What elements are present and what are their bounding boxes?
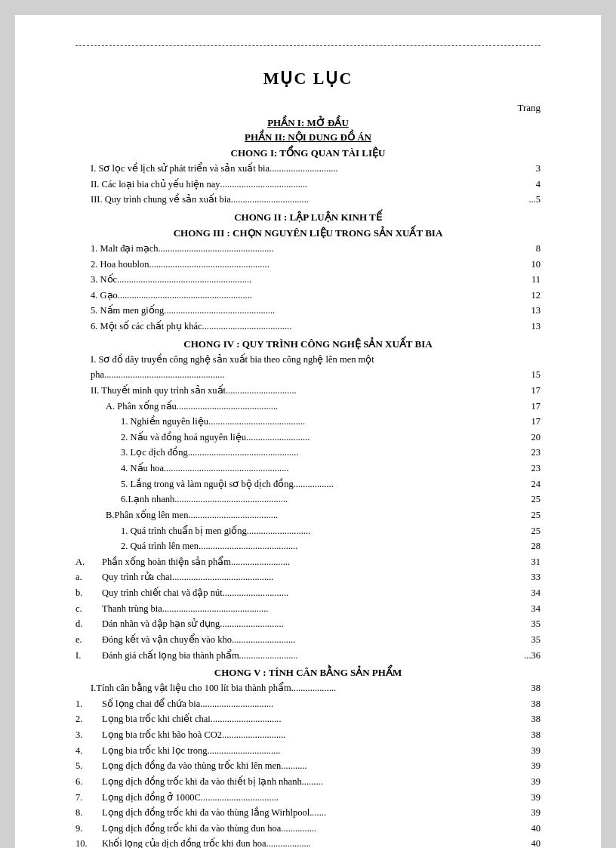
left-toc-content-29: Quy trình chiết chai và dập nút.........… [102, 585, 541, 601]
left-toc-label-44: 9. [75, 821, 102, 837]
left-toc-page-36: 38 [531, 696, 541, 712]
left-toc-page-44: 40 [531, 821, 541, 837]
left-toc-label-33: I. [75, 648, 102, 664]
left-toc-page-31: 35 [531, 616, 541, 632]
toc-dots-10: ........................................… [117, 272, 530, 288]
toc-dots-17: ........................................… [177, 399, 530, 415]
toc-long-15: I. Sơ đồ dây truyền công nghệ sản xuất b… [75, 352, 541, 383]
toc-label-8: 1. Malt đại mạch [91, 241, 159, 257]
chapter-heading-14: CHONG IV : QUY TRÌNH CÔNG NGHỆ SẢN XUẤT … [75, 338, 541, 350]
left-toc-label-41: 6. [75, 774, 102, 790]
left-toc-label-37: 2. [75, 711, 102, 727]
left-toc-page-39: 39 [531, 743, 541, 759]
top-border [75, 45, 541, 46]
left-toc-page-37: 38 [531, 711, 541, 727]
toc-page-9: 10 [531, 257, 541, 273]
toc-dots-19: ........................... [246, 430, 530, 446]
toc-long-line1-15: I. Sơ đồ dây truyền công nghệ sản xuất b… [91, 352, 541, 368]
toc-label-20: 3. Lọc dịch đồng [121, 445, 188, 461]
toc-label-23: 6.Lạnh nhanh [121, 492, 174, 507]
left-toc-content-31: Dán nhãn và dập hạn sử dụng.............… [102, 616, 541, 632]
left-toc-row-28: a.Quy trình rửa chai....................… [75, 569, 541, 585]
left-toc-label-27: A. [75, 554, 102, 570]
toc-dots-13: ...................................... [202, 319, 530, 335]
left-toc-text-29: Quy trình chiết chai và dập nút [102, 585, 223, 601]
toc-label-5: III. Quy trình chung về sản xuất bia [91, 192, 231, 208]
left-toc-dots-42: ................................. [201, 790, 530, 806]
section-heading-1: PHẦN II: NỘI DUNG ĐỒ ÁN [75, 131, 541, 143]
toc-dots-24: ...................................... [188, 507, 529, 523]
toc-label-24: B.Phân xống lên men [106, 507, 188, 523]
toc-label-26: 2. Quá trình lên men [121, 538, 199, 554]
toc-line-18: 1. Nghiền nguyên liệu...................… [75, 414, 541, 430]
left-toc-label-40: 5. [75, 758, 102, 774]
toc-line-13: 6. Một số các chất phụ khác.............… [75, 319, 541, 335]
left-toc-text-43: Lọng dịch đồng trốc khi đa vào thùng lắn… [102, 805, 310, 821]
toc-line-25: 1. Quá trình chuẩn bị men giống.........… [75, 523, 541, 539]
left-toc-dots-38: ........................... [222, 727, 529, 743]
toc-dots-5: ................................. [231, 192, 528, 208]
toc-line-5: III. Quy trình chung về sản xuất bia....… [75, 192, 541, 208]
toc-page-4: 4 [536, 177, 541, 193]
toc-label-17: A. Phân xống nấu [106, 399, 177, 415]
toc-page-11: 12 [531, 288, 541, 304]
left-toc-content-43: Lọng dịch đồng trốc khi đa vào thùng lắn… [102, 805, 541, 821]
left-toc-row-39: 4.Lọng bia trốc khi lọc trong...........… [75, 743, 541, 759]
left-toc-content-45: Khối lọng của dịch đồng trốc khi đun hoa… [102, 836, 541, 848]
toc-line-9: 2. Hoa houblon..........................… [75, 257, 541, 273]
chapter-heading-2: CHONG I: TỔNG QUAN TÀI LIỆU [75, 147, 541, 159]
toc-page-35: 38 [531, 680, 541, 696]
left-toc-row-33: I.Đánh giá chất lọng bia thành phẩm.....… [75, 648, 541, 664]
left-toc-text-42: Lọng dịch đồng ở 1000C [102, 790, 201, 806]
left-toc-dots-32: ........................... [232, 632, 530, 648]
toc-long-dots-15: ........................................… [104, 367, 531, 383]
toc-label-35: I.Tính cân bằng vật liệu cho 100 lít bia… [91, 680, 291, 696]
left-toc-dots-28: ........................................… [172, 569, 529, 585]
toc-label-25: 1. Quá trình chuẩn bị men giống [121, 523, 247, 539]
left-toc-dots-39: ............................... [208, 743, 530, 759]
toc-dots-23: ........................................… [174, 492, 529, 507]
left-toc-label-45: 10. [75, 836, 102, 848]
title-section: MỤC LỤC [75, 69, 541, 88]
toc-dots-4: ..................................... [220, 177, 534, 193]
toc-content: PHẦN I: MỞ ĐẦUPHẦN II: NỘI DUNG ĐỒ ÁNCHO… [75, 117, 541, 848]
left-toc-dots-44: ............... [281, 821, 529, 837]
left-toc-label-28: a. [75, 569, 102, 585]
left-toc-label-39: 4. [75, 743, 102, 759]
left-toc-row-45: 10.Khối lọng của dịch đồng trốc khi đun … [75, 836, 541, 848]
toc-line-22: 5. Lắng trong và làm nguội sơ bộ dịch đồ… [75, 476, 541, 492]
toc-line-19: 2. Nấu và đồng hoá nguyên liệu..........… [75, 430, 541, 446]
left-toc-page-40: 39 [531, 758, 541, 774]
toc-line-21: 4. Nấu hoa..............................… [75, 461, 541, 476]
chapter-heading-6: CHONG II : LẬP LUẬN KINH TẾ [75, 211, 541, 224]
left-toc-row-42: 7.Lọng dịch đồng ở 1000C................… [75, 790, 541, 806]
toc-line-4: II. Các loại bia chủ yếu hiện nay.......… [75, 177, 541, 193]
toc-dots-3: ............................. [270, 161, 534, 177]
toc-dots-25: ........................... [247, 523, 530, 539]
left-toc-text-39: Lọng bia trốc khi lọc trong [102, 743, 208, 759]
left-toc-text-36: Số lọng chai để chứa bia [102, 696, 200, 712]
toc-page-23: 25 [531, 492, 541, 507]
left-toc-text-32: Đóng kết và vận chuyển vào kho [102, 632, 232, 648]
left-toc-text-33: Đánh giá chất lọng bia thành phẩm [102, 648, 239, 664]
toc-line-11: 4. Gạo..................................… [75, 288, 541, 304]
left-toc-text-31: Dán nhãn và dập hạn sử dụng [102, 616, 220, 632]
toc-label-19: 2. Nấu và đồng hoá nguyên liệu [121, 430, 246, 446]
left-toc-label-38: 3. [75, 727, 102, 743]
toc-page-10: 11 [531, 272, 541, 288]
left-toc-page-41: 39 [531, 774, 541, 790]
left-toc-text-45: Khối lọng của dịch đồng trốc khi đun hoa [102, 836, 266, 848]
toc-page-16: 17 [531, 383, 541, 399]
toc-dots-9: ........................................… [149, 257, 529, 273]
toc-page-26: 28 [531, 538, 541, 554]
left-toc-dots-30: ........................................… [162, 601, 530, 617]
left-toc-text-38: Lọng bia trốc khi bão hoà CO2 [102, 727, 222, 743]
toc-page-22: 24 [531, 476, 541, 492]
left-toc-content-44: Lọng dịch đồng trốc khi đa vào thùng đun… [102, 821, 541, 837]
toc-dots-16: .............................. [226, 383, 530, 399]
left-toc-content-36: Số lọng chai để chứa bia................… [102, 696, 541, 712]
left-toc-content-32: Đóng kết và vận chuyển vào kho..........… [102, 632, 541, 648]
left-toc-dots-36: ............................... [200, 696, 529, 712]
toc-label-4: II. Các loại bia chủ yếu hiện nay [91, 177, 220, 193]
left-toc-content-33: Đánh giá chất lọng bia thành phẩm.......… [102, 648, 541, 664]
